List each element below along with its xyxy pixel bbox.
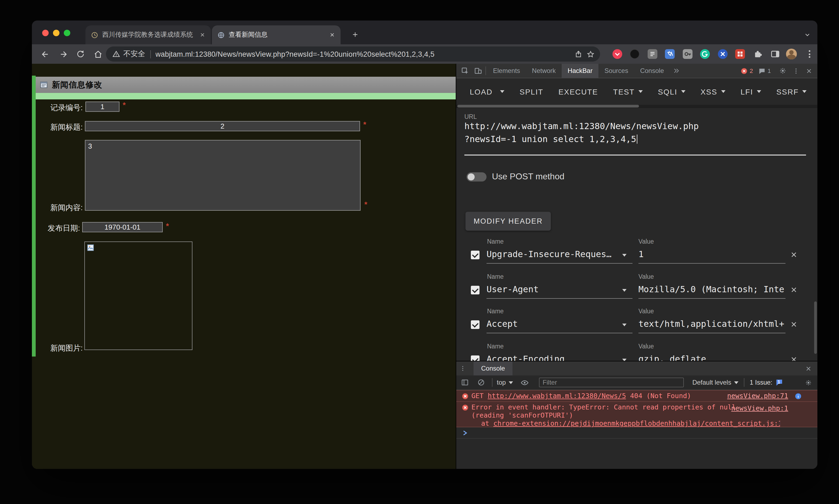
url-field[interactable]: http://www.wabjtam.ml:12380/News/newsVie… <box>465 120 810 146</box>
hackbar-lfi-menu[interactable]: LFI <box>740 87 761 96</box>
address-bar[interactable]: 不安全 wabjtam.ml:12380/News/newsView.php?n… <box>106 47 600 61</box>
hackbar-vscrollbar-thumb[interactable] <box>814 302 817 354</box>
hackbar-execute-button[interactable]: EXECUTE <box>558 87 598 96</box>
extensions-puzzle-icon[interactable] <box>753 49 763 59</box>
header-enabled-checkbox[interactable] <box>471 251 479 259</box>
eye-icon[interactable] <box>518 376 531 389</box>
tab-elements[interactable]: Elements <box>487 64 526 78</box>
issue-info-icon[interactable] <box>795 393 802 400</box>
header-name-caret-icon[interactable] <box>622 254 627 257</box>
devtools-close-icon[interactable] <box>802 64 815 77</box>
console-prompt[interactable] <box>456 427 817 439</box>
header-name-caret-icon[interactable] <box>622 324 627 326</box>
hackbar-load-button[interactable]: LOAD <box>470 87 492 96</box>
extension-grammarly-icon[interactable] <box>700 49 710 59</box>
back-button[interactable] <box>38 47 52 61</box>
console-filter-input[interactable] <box>539 378 684 387</box>
request-url-link[interactable]: http://www.wabjtam.ml:12380/News/5 <box>488 392 626 400</box>
drawer-menu-kebab-icon[interactable] <box>456 362 469 375</box>
device-toolbar-icon[interactable] <box>471 64 484 77</box>
remove-header-button[interactable] <box>790 286 799 294</box>
home-button[interactable] <box>91 47 105 61</box>
publish-date-input[interactable] <box>82 222 163 232</box>
header-name-select[interactable]: Upgrade-Insecure-Reques… <box>487 249 616 259</box>
tab-search-chevron-icon[interactable] <box>801 28 814 41</box>
extension-dark-circle-icon[interactable] <box>630 49 640 59</box>
url-line-1: http://www.wabjtam.ml:12380/News/newsVie… <box>465 120 810 133</box>
tab-close-icon[interactable] <box>329 32 335 38</box>
extension-adblock-icon[interactable] <box>735 49 745 59</box>
source-location-link[interactable]: newsView.php:71 <box>727 392 788 400</box>
new-tab-button[interactable] <box>348 28 362 41</box>
traffic-minimize-button[interactable] <box>53 30 59 36</box>
issues-counter[interactable]: 1 Issue: 1 <box>750 379 784 386</box>
extension-x-icon[interactable] <box>718 49 728 59</box>
issues-count-badge[interactable]: 1 <box>758 67 771 74</box>
header-value-input[interactable]: 1 <box>639 249 786 259</box>
extension-pocket-icon[interactable] <box>612 49 622 59</box>
value-label: Value <box>639 238 654 245</box>
tab-network[interactable]: Network <box>526 64 562 78</box>
traffic-close-button[interactable] <box>42 30 49 36</box>
header-value-input[interactable]: gzip, deflate <box>639 354 786 361</box>
tab-sources[interactable]: Sources <box>598 64 634 78</box>
header-name-select[interactable]: Accept <box>487 319 616 329</box>
drawer-console-tab[interactable]: Console <box>474 361 512 375</box>
bookmark-star-icon[interactable] <box>587 50 595 58</box>
source-location-link[interactable]: newsView.php:1 <box>731 404 788 412</box>
header-value-input[interactable]: Mozilla/5.0 (Macintosh; Inte <box>639 284 786 294</box>
browser-tab-2-active[interactable]: 查看新闻信息 <box>212 25 340 44</box>
news-content-textarea[interactable]: 3 <box>85 140 361 211</box>
header-enabled-checkbox[interactable] <box>471 286 479 294</box>
extension-notes-icon[interactable] <box>648 49 657 59</box>
header-enabled-checkbox[interactable] <box>471 320 479 329</box>
devtools-menu-kebab-icon[interactable] <box>789 64 802 77</box>
extension-translate-icon[interactable] <box>665 49 675 59</box>
forward-button[interactable] <box>56 47 70 61</box>
header-name-select[interactable]: User-Agent <box>487 284 616 294</box>
console-settings-gear-icon[interactable] <box>802 376 815 389</box>
remove-header-button[interactable] <box>790 251 799 259</box>
use-post-toggle[interactable] <box>467 172 487 181</box>
header-value-input[interactable]: text/html,application/xhtml+ <box>639 319 786 329</box>
not-secure-warning-icon[interactable] <box>112 50 120 58</box>
hackbar-split-button[interactable]: SPLIT <box>520 87 543 96</box>
hackbar-test-menu[interactable]: TEST <box>613 87 643 96</box>
settings-gear-icon[interactable] <box>776 64 789 77</box>
tab-console[interactable]: Console <box>634 64 670 78</box>
browser-tab-1[interactable]: 西川传媒学院教务选课成绩系统 <box>85 25 211 44</box>
more-tabs-icon[interactable] <box>670 64 683 77</box>
header-name-select[interactable]: Accept-Encoding <box>487 354 616 361</box>
header-name-caret-icon[interactable] <box>622 359 627 361</box>
stack-frame-link[interactable]: chrome-extension://pejdijmoenmkgeppbflob… <box>493 419 780 427</box>
tab-close-icon[interactable] <box>199 32 206 38</box>
traffic-zoom-button[interactable] <box>64 30 70 36</box>
extension-key-icon[interactable] <box>683 49 693 59</box>
context-selector[interactable]: top <box>497 379 513 386</box>
console-sidebar-icon[interactable] <box>458 376 471 389</box>
hackbar-toolbar: LOAD SPLIT EXECUTE TEST SQLI XSS LFI SSR… <box>456 78 817 105</box>
hackbar-sqli-menu[interactable]: SQLI <box>658 87 685 96</box>
news-title-input[interactable] <box>85 121 360 131</box>
hackbar-xss-menu[interactable]: XSS <box>701 87 726 96</box>
tab-hackbar[interactable]: HackBar <box>562 64 598 78</box>
levels-dropdown[interactable]: Default levels <box>692 379 738 386</box>
hackbar-ssrf-menu[interactable]: SSRF <box>776 87 807 96</box>
clear-console-icon[interactable] <box>475 376 488 389</box>
remove-header-button[interactable] <box>790 356 799 361</box>
load-caret-icon[interactable] <box>500 90 504 93</box>
remove-header-button[interactable] <box>790 320 799 329</box>
hackbar-hscrollbar-thumb[interactable] <box>457 105 639 108</box>
console-errors-badge[interactable]: 2 <box>740 67 753 74</box>
profile-avatar[interactable] <box>786 49 797 59</box>
header-enabled-checkbox[interactable] <box>471 356 479 361</box>
header-name-caret-icon[interactable] <box>622 289 627 292</box>
record-id-input[interactable] <box>85 102 120 112</box>
inspect-icon[interactable] <box>458 64 471 77</box>
browser-menu-kebab-icon[interactable] <box>805 49 814 59</box>
modify-header-button[interactable]: MODIFY HEADER <box>466 212 551 231</box>
share-icon[interactable] <box>575 50 582 58</box>
sidebar-panel-icon[interactable] <box>770 49 780 59</box>
reload-button[interactable] <box>73 47 88 61</box>
drawer-close-icon[interactable] <box>802 362 815 375</box>
